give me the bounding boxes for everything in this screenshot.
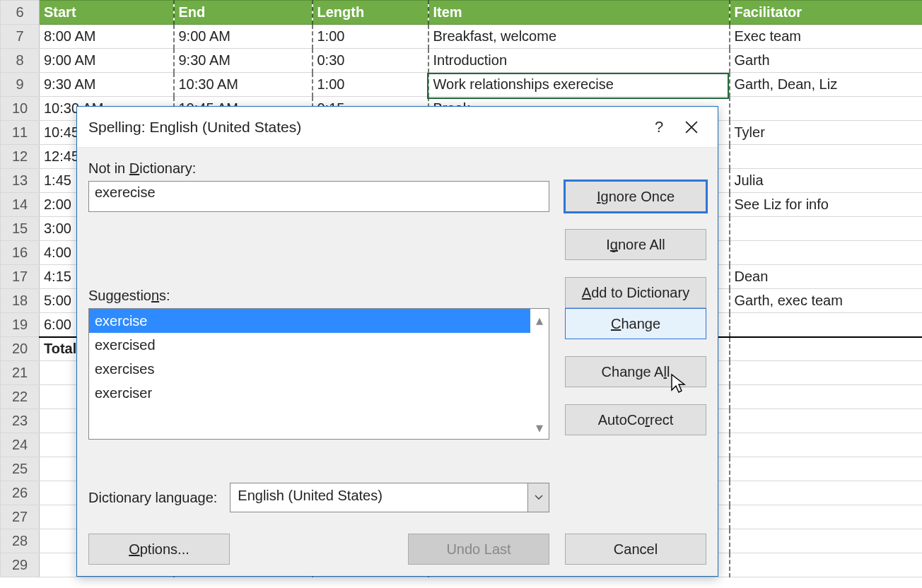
cell[interactable]: Work relationships exerecise (428, 73, 730, 97)
cell[interactable] (730, 361, 923, 385)
row-header[interactable]: 25 (1, 457, 40, 481)
row-header[interactable]: 26 (1, 481, 40, 505)
column-header[interactable]: End (174, 1, 313, 25)
row-header[interactable]: 14 (1, 193, 40, 217)
cell[interactable]: 9:30 AM (174, 49, 313, 73)
cell[interactable]: Dean (730, 265, 923, 289)
ignore-once-button[interactable]: Ignore Once (565, 181, 706, 212)
row-header[interactable]: 24 (1, 433, 40, 457)
row-header[interactable]: 28 (1, 529, 40, 553)
row-header[interactable]: 9 (1, 73, 40, 97)
row-header[interactable]: 13 (1, 169, 40, 193)
row-header[interactable]: 27 (1, 505, 40, 529)
cell[interactable]: 0:30 (313, 49, 428, 73)
not-in-dictionary-label: Not in Dictionary: (88, 160, 549, 177)
cell[interactable]: 1:00 (313, 25, 428, 49)
cell[interactable]: See Liz for info (730, 193, 923, 217)
row-header[interactable]: 12 (1, 145, 40, 169)
autocorrect-button[interactable]: AutoCorrect (565, 404, 706, 435)
spelling-dialog: Spelling: English (United States) ? Not … (76, 106, 718, 577)
ignore-all-button[interactable]: Ignore All (565, 229, 706, 260)
row-header[interactable]: 15 (1, 217, 40, 241)
cell[interactable]: Introduction (428, 49, 730, 73)
row-header[interactable]: 21 (1, 361, 40, 385)
cell[interactable] (730, 241, 923, 265)
row-header[interactable]: 6 (1, 1, 40, 25)
row-header[interactable]: 19 (1, 313, 40, 337)
cell[interactable]: 9:00 AM (174, 25, 313, 49)
suggestion-item[interactable]: exercises (89, 357, 530, 381)
options-button[interactable]: Options... (88, 534, 230, 565)
undo-last-button: Undo Last (408, 534, 549, 565)
cell[interactable]: Tyler (730, 121, 923, 145)
row-header[interactable]: 16 (1, 241, 40, 265)
cell[interactable]: Julia (730, 169, 923, 193)
row-header[interactable]: 23 (1, 409, 40, 433)
cell[interactable] (730, 553, 923, 577)
close-button[interactable] (675, 113, 708, 141)
row-header[interactable]: 18 (1, 289, 40, 313)
cell[interactable]: Garth, Dean, Liz (730, 73, 923, 97)
cell[interactable]: 10:30 AM (174, 73, 313, 97)
cell[interactable] (730, 457, 923, 481)
column-header[interactable]: Length (313, 1, 428, 25)
cell[interactable]: 1:00 (313, 73, 428, 97)
dialog-title: Spelling: English (United States) (88, 119, 643, 136)
cell[interactable]: 9:00 AM (40, 49, 174, 73)
close-icon (685, 121, 698, 134)
column-header[interactable]: Facilitator (730, 1, 923, 25)
cell[interactable]: Breakfast, welcome (428, 25, 730, 49)
cell[interactable] (730, 145, 923, 169)
row-header[interactable]: 17 (1, 265, 40, 289)
row-header[interactable]: 10 (1, 97, 40, 121)
cell[interactable] (730, 337, 923, 361)
suggestions-scrollbar[interactable]: ▴ ▾ (530, 309, 549, 439)
dictionary-language-label: Dictionary language: (88, 490, 217, 506)
cell[interactable] (730, 217, 923, 241)
not-in-dictionary-input[interactable]: exerecise (88, 181, 549, 212)
suggestions-label: Suggestions: (88, 288, 549, 304)
cell[interactable]: Garth, exec team (730, 289, 923, 313)
cell[interactable] (730, 481, 923, 505)
cell[interactable] (730, 385, 923, 409)
scroll-up-icon[interactable]: ▴ (536, 312, 543, 329)
cell[interactable]: Exec team (730, 25, 923, 49)
row-header[interactable]: 8 (1, 49, 40, 73)
dictionary-language-value: English (United States) (230, 483, 527, 512)
column-header[interactable]: Item (428, 1, 730, 25)
cell[interactable] (730, 505, 923, 529)
row-header[interactable]: 29 (1, 553, 40, 577)
change-all-button[interactable]: Change All (565, 356, 706, 387)
cell[interactable] (730, 97, 923, 121)
cancel-button[interactable]: Cancel (565, 534, 706, 565)
suggestion-item[interactable]: exerciser (89, 381, 530, 405)
help-button[interactable]: ? (643, 113, 675, 141)
suggestions-listbox[interactable]: exerciseexercisedexercisesexerciser ▴ ▾ (88, 308, 549, 440)
cell[interactable] (730, 313, 923, 337)
suggestion-item[interactable]: exercised (89, 333, 530, 357)
suggestion-item[interactable]: exercise (89, 309, 530, 333)
cell[interactable] (730, 409, 923, 433)
row-header[interactable]: 11 (1, 121, 40, 145)
cell[interactable] (730, 433, 923, 457)
scroll-down-icon[interactable]: ▾ (536, 419, 543, 436)
cell[interactable] (730, 529, 923, 553)
dialog-titlebar[interactable]: Spelling: English (United States) ? (77, 107, 718, 148)
dictionary-language-select[interactable]: English (United States) (230, 483, 549, 512)
row-header[interactable]: 7 (1, 25, 40, 49)
chevron-down-icon[interactable] (527, 483, 549, 512)
add-to-dictionary-button[interactable]: Add to Dictionary (565, 277, 706, 308)
row-header[interactable]: 20 (1, 337, 40, 361)
change-button[interactable]: Change (565, 308, 706, 339)
column-header[interactable]: Start (40, 1, 174, 25)
cell[interactable]: Garth (730, 49, 923, 73)
cell[interactable]: 9:30 AM (40, 73, 174, 97)
cell[interactable]: 8:00 AM (40, 25, 174, 49)
row-header[interactable]: 22 (1, 385, 40, 409)
